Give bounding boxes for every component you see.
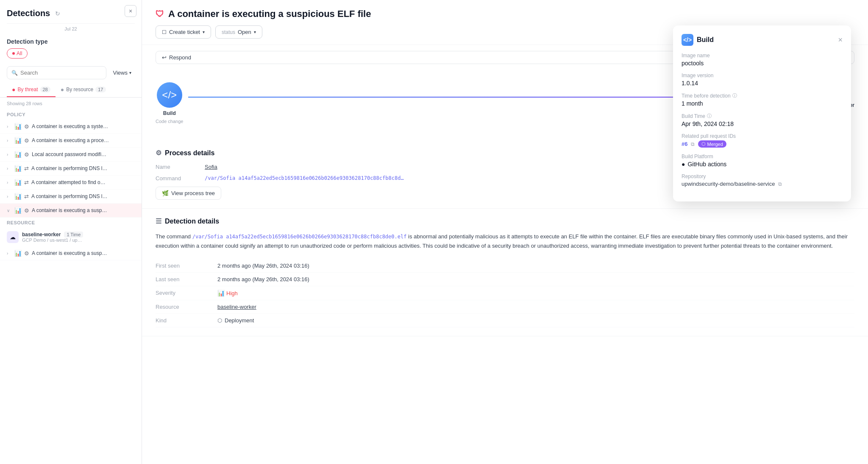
build-time-label: Build Time ⓘ [682, 113, 843, 119]
item-text: A container is performing DNS l… [31, 165, 135, 171]
info-icon[interactable]: ⓘ [732, 92, 737, 99]
arrow-icon: ⇄ [24, 165, 29, 172]
build-node[interactable]: </> Build Code change [156, 82, 183, 124]
image-version-value: 1.0.14 [682, 80, 843, 87]
image-name-row: Image name poctools [682, 53, 843, 67]
chevron-down-icon: ▾ [129, 70, 131, 75]
last-seen-value: 2 months ago (May 26th, 2024 03:16) [217, 276, 309, 282]
deployment-icon: ⬡ [217, 317, 222, 324]
time-before-value: 1 month [682, 100, 843, 107]
severity-label: Severity [156, 290, 211, 296]
item-text: A container is executing a proce… [32, 137, 135, 143]
list-item-last[interactable]: › 📊 ⚙ A container is executing a susp… [0, 246, 142, 260]
severity-text: High [226, 290, 238, 296]
severity-icon: 📊 [14, 193, 22, 200]
ticket-icon: ☐ [162, 29, 167, 35]
search-input[interactable] [20, 70, 102, 76]
desc-before: The command [156, 233, 192, 240]
tab-row: ● By threat 28 ● By resource 17 [0, 83, 142, 98]
list-item[interactable]: › 📊 ⇄ A container attempted to find o… [0, 176, 142, 190]
threat-dot-icon: ● [12, 86, 15, 93]
build-circle: </> [157, 82, 182, 108]
refresh-button[interactable]: ↻ [53, 9, 62, 18]
resource-value[interactable]: baseline-worker [217, 304, 256, 310]
repo-value[interactable]: upwindsecurity-demo/baseline-service ⧉ [682, 181, 843, 187]
sidebar-close-button[interactable]: × [125, 5, 136, 17]
build-time-row: Build Time ⓘ Apr 9th, 2024 02:18 [682, 113, 843, 127]
image-version-label: Image version [682, 73, 843, 78]
view-process-label: View process tree [171, 190, 215, 196]
chevron-right-icon: › [7, 194, 12, 199]
time-before-label: Time before detection ⓘ [682, 92, 843, 99]
build-icon-symbol: </> [683, 36, 692, 43]
pr-link[interactable]: #6 [682, 141, 687, 147]
views-button[interactable]: Views ▾ [110, 67, 135, 78]
build-panel-header: </> Build × [682, 34, 843, 46]
group-resource-header: Resource [0, 218, 142, 228]
item-text: A container is executing a susp… [32, 207, 135, 213]
info2-icon[interactable]: ⓘ [707, 113, 712, 119]
build-panel: </> Build × Image name poctools Image ve… [673, 25, 851, 201]
severity-icon: 📊 [14, 179, 22, 186]
image-name-value: poctools [682, 60, 843, 67]
item-text: A container attempted to find o… [31, 179, 135, 185]
showing-rows: Showing 28 rows [0, 98, 142, 109]
view-process-tree-button[interactable]: 🌿 View process tree [156, 187, 221, 200]
gear-icon: ⚙ [24, 250, 29, 257]
list-item[interactable]: › 📊 ⇄ A container is performing DNS l… [0, 190, 142, 204]
pill-all[interactable]: All [7, 48, 28, 59]
resource-details: baseline-worker 1 Time GCP Demo / us-wes… [22, 232, 83, 243]
create-ticket-button[interactable]: ☐ Create ticket ▾ [156, 25, 211, 39]
close-icon: × [838, 36, 843, 44]
sidebar-title: Detections ↻ [7, 8, 135, 18]
status-value: Open [238, 29, 251, 35]
list-item-active[interactable]: ∨ 📊 ⚙ A container is executing a susp… [0, 204, 142, 218]
refresh-icon: ↻ [55, 10, 60, 17]
gear2-icon: ⚙ [156, 149, 161, 157]
list-item[interactable]: › 📊 ⚙ Local account password modifi… [0, 148, 142, 162]
severity-icon: 📊 [14, 207, 22, 214]
pill-dot [12, 52, 15, 55]
tab-resource-label: By resource [66, 87, 93, 92]
repo-label: Repository [682, 173, 843, 179]
status-select[interactable]: status Open ▾ [215, 25, 262, 39]
shield-icon: 🛡 [156, 9, 164, 19]
platform-value: ● GitHub actions [682, 161, 843, 168]
detection-detail-table: First seen 2 months ago (May 26th, 2024 … [156, 259, 854, 327]
item-text: A container is performing DNS l… [31, 193, 135, 199]
first-seen-row: First seen 2 months ago (May 26th, 2024 … [156, 259, 854, 273]
pill-all-label: All [17, 50, 22, 56]
item-text: A container is executing a syste… [32, 123, 135, 129]
respond-icon: ↩ [162, 54, 167, 61]
status-label: status [222, 29, 235, 35]
chevron-down-icon: ▾ [203, 30, 205, 34]
chevron-right-icon: › [7, 138, 12, 143]
chevron-down-icon: ▾ [254, 30, 256, 34]
image-version-row: Image version 1.0.14 [682, 73, 843, 87]
detection-details-title: ☰ Detection details [156, 217, 854, 225]
list-item[interactable]: › 📊 ⚙ A container is executing a syste… [0, 120, 142, 134]
process-details-label: Process details [165, 149, 214, 157]
severity-icon: 📊 [14, 151, 22, 158]
sidebar-header: Detections ↻ [0, 0, 142, 23]
detection-type-section: Detection type All [0, 34, 142, 63]
merged-badge: ⬡ Merged [698, 140, 726, 148]
chevron-right-icon: › [7, 166, 12, 171]
resource-path: GCP Demo / us-west1 / up… [22, 238, 83, 243]
list-item[interactable]: › 📊 ⚙ A container is executing a proce… [0, 134, 142, 148]
search-box[interactable]: 🔍 [7, 66, 106, 79]
last-seen-label: Last seen [156, 276, 211, 282]
arrow-icon: ⇄ [24, 193, 29, 200]
chevron-right-icon: › [7, 124, 12, 129]
copy-icon[interactable]: ⧉ [691, 141, 695, 147]
list-item[interactable]: › 📊 ⇄ A container is performing DNS l… [0, 162, 142, 176]
command-value: /var/Sofia a14af5a22ed5ecb1659816e0626b0… [205, 175, 404, 181]
tab-by-resource[interactable]: ● By resource 17 [56, 83, 111, 97]
resource-item[interactable]: ☁ baseline-worker 1 Time GCP Demo / us-w… [0, 228, 142, 246]
build-panel-close-button[interactable]: × [838, 36, 843, 45]
views-label: Views [113, 70, 128, 76]
copy2-icon[interactable]: ⧉ [778, 181, 782, 187]
group-policy-header: Policy [0, 109, 142, 120]
tab-by-threat[interactable]: ● By threat 28 [7, 83, 56, 97]
command-label: Command [156, 175, 198, 182]
